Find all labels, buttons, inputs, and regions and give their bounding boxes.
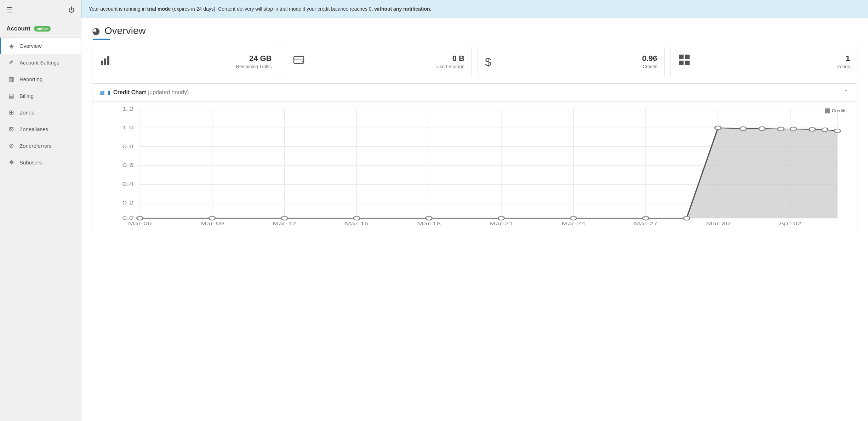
svg-rect-1 [104,58,106,65]
zones-stat-icon [678,54,691,69]
svg-marker-35 [140,128,837,218]
zones-stat-info: 1Zones [697,54,850,69]
sidebar-item-zonealiases[interactable]: ⊠Zonealiases [0,121,81,137]
traffic-stat-value: 24 GB [119,54,272,63]
credits-stat-icon: $ [485,54,491,69]
chart-title: Credit Chart (updated hourly) [113,89,189,96]
svg-text:0.6: 0.6 [122,163,133,168]
stat-card-traffic: 24 GBRemaining Traffic [92,47,279,76]
svg-rect-8 [679,61,684,65]
credits-stat-value: 0.96 [498,54,657,63]
svg-point-42 [570,216,577,220]
sidebar-item-subusers[interactable]: ❖Subusers [0,154,81,171]
sidebar-item-label-reporting: Reporting [19,76,42,82]
stat-card-zones: 1Zones [670,47,858,76]
power-icon[interactable]: ⏻ [68,6,75,14]
account-label: Account [6,25,30,32]
svg-point-41 [498,216,504,220]
sidebar-item-overview[interactable]: ◈Overview [0,38,81,54]
sidebar-item-account-settings[interactable]: ✐Account Settings [0,54,81,71]
storage-stat-label: Used Storage [436,64,465,69]
stat-card-credits: $0.96Credits [478,47,665,76]
billing-nav-icon: ▤ [7,92,15,100]
zones-stat-label: Zones [837,64,850,69]
title-underline [93,39,110,40]
svg-point-45 [715,126,721,130]
svg-text:Mar-15: Mar-15 [345,221,369,226]
sidebar-item-label-zonealiases: Zonealiases [19,126,48,132]
account-settings-nav-icon: ✐ [7,59,15,66]
chart-subtitle: (updated hourly) [148,89,189,95]
sidebar: ☰ ⏻ Account active ◈Overview✐Account Set… [0,0,81,421]
svg-point-37 [209,216,216,220]
svg-text:0.8: 0.8 [122,144,133,149]
chart-collapse-button[interactable]: ⌃ [842,89,850,96]
traffic-stat-info: 24 GBRemaining Traffic [119,54,272,69]
svg-rect-2 [107,56,109,65]
credits-icon: $ [485,56,491,68]
chart-grid-icon: ▮ [108,89,110,96]
page-title-row: ◕ Overview [92,25,857,37]
svg-text:1.0: 1.0 [122,125,133,130]
legend-label: Credits [832,108,846,113]
overview-icon: ◕ [92,26,100,37]
svg-point-38 [281,216,288,220]
sidebar-item-zones[interactable]: ⊞Zones [0,104,81,121]
chart-container: Credits 1.2 1.0 0.8 [92,102,857,231]
zones-stat-value: 1 [697,54,850,63]
chart-title-row: ▩ ▮ Credit Chart (updated hourly) [99,89,189,96]
chart-header: ▩ ▮ Credit Chart (updated hourly) ⌃ [92,84,857,102]
traffic-stat-label: Remaining Traffic [236,64,272,69]
traffic-icon [99,54,112,66]
svg-point-52 [834,129,841,133]
chart-legend: Credits [825,108,846,113]
svg-point-51 [822,128,828,132]
credit-chart-svg: 1.2 1.0 0.8 0.6 0.4 0.2 0.0 [96,105,850,226]
svg-text:0.4: 0.4 [122,181,134,187]
zones-icon [678,54,691,66]
storage-stat-icon [292,54,305,69]
account-section: Account active [0,20,81,38]
reporting-nav-icon: ▦ [7,75,15,83]
sidebar-item-label-zonereferrers: Zonereferrers [19,143,52,149]
sidebar-item-label-zones: Zones [19,110,34,116]
svg-text:Mar-21: Mar-21 [489,221,513,226]
svg-text:Mar-24: Mar-24 [561,221,586,226]
svg-text:0.2: 0.2 [122,200,133,206]
sidebar-item-zonereferrers[interactable]: ⊘Zonereferrers [0,137,81,154]
svg-text:Apr-02: Apr-02 [779,221,801,226]
trial-text: Your account is running in trial mode (e… [89,6,431,12]
svg-text:1.2: 1.2 [122,106,133,112]
svg-point-50 [809,128,816,131]
storage-icon [292,54,305,66]
svg-point-40 [426,216,432,220]
zonealiases-nav-icon: ⊠ [7,125,15,133]
svg-text:Mar-30: Mar-30 [706,221,730,226]
sidebar-item-label-account-settings: Account Settings [19,60,59,66]
svg-text:0.0: 0.0 [122,215,133,221]
svg-point-5 [302,61,303,62]
storage-stat-value: 0 B [312,54,465,63]
storage-stat-info: 0 BUsed Storage [312,54,465,69]
svg-point-36 [137,216,143,220]
svg-rect-6 [679,55,684,59]
svg-rect-9 [685,61,690,65]
sidebar-item-label-billing: Billing [19,93,34,99]
credits-stat-info: 0.96Credits [498,54,657,69]
svg-point-43 [643,216,649,220]
hamburger-icon[interactable]: ☰ [6,6,13,14]
traffic-stat-icon [99,54,112,69]
trial-banner: Your account is running in trial mode (e… [81,0,868,18]
svg-point-39 [354,216,360,220]
svg-text:Mar-27: Mar-27 [634,221,657,226]
sidebar-item-billing[interactable]: ▤Billing [0,88,81,104]
sidebar-item-label-subusers: Subusers [19,159,42,165]
svg-point-44 [684,216,690,220]
legend-box [825,108,830,113]
svg-rect-0 [101,61,103,65]
sidebar-item-reporting[interactable]: ▦Reporting [0,71,81,88]
zones-nav-icon: ⊞ [7,109,15,116]
sidebar-item-label-overview: Overview [19,43,42,49]
svg-rect-7 [685,55,690,59]
subusers-nav-icon: ❖ [7,159,15,166]
